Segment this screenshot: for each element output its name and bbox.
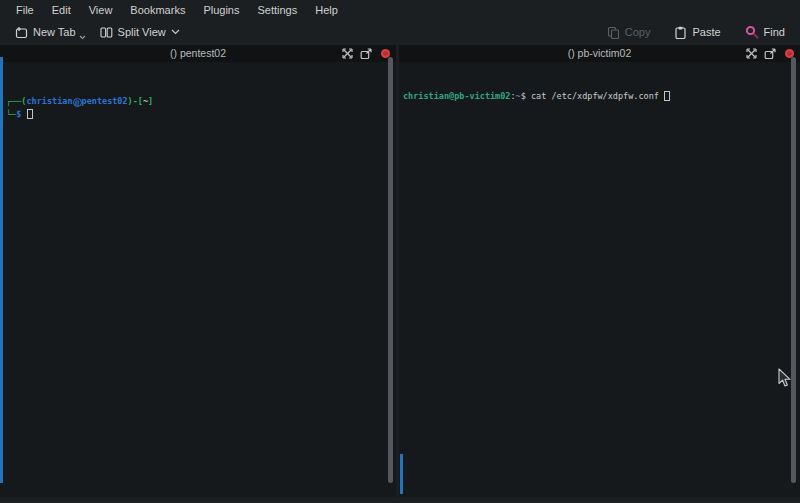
terminal-output: christian@pb-victim02:~$ cat /etc/xdpfw/… [403, 90, 790, 103]
scroll-highlight-bar [0, 57, 3, 483]
pane-header-icons [745, 45, 795, 62]
split-view-chevron-icon [171, 29, 180, 35]
toolbar: New Tab Split View [0, 19, 800, 45]
menu-plugins[interactable]: Plugins [195, 2, 247, 18]
copy-button[interactable]: Copy [600, 23, 658, 42]
new-tab-button[interactable]: New Tab [8, 23, 93, 42]
terminal-cursor [664, 91, 670, 101]
menu-settings[interactable]: Settings [249, 2, 305, 18]
terminal-line: └─$ [6, 108, 386, 121]
split-view-label: Split View [118, 26, 166, 38]
menu-view[interactable]: View [81, 2, 121, 18]
menu-bookmarks[interactable]: Bookmarks [122, 2, 193, 18]
terminal-screen[interactable]: christian@pb-victim02:~$ cat /etc/xdpfw/… [399, 62, 800, 497]
terminal-pane-pb-victim02: () pb-victim02 [399, 45, 800, 497]
detach-tab-icon[interactable] [764, 48, 776, 60]
menu-help[interactable]: Help [307, 2, 346, 18]
paste-label: Paste [692, 26, 720, 38]
new-tab-label: New Tab [33, 26, 76, 38]
menu-bar: File Edit View Bookmarks Plugins Setting… [0, 0, 800, 19]
maximize-view-icon[interactable] [341, 48, 353, 60]
kali-at-symbol: @ [73, 98, 82, 107]
new-tab-dropdown-caret [79, 35, 86, 40]
split-view-area: () pentest02 [0, 45, 800, 497]
vertical-scrollbar[interactable] [388, 57, 393, 483]
split-view-icon [100, 26, 113, 39]
terminal-pane-pentest02: () pentest02 [0, 45, 396, 497]
menu-file[interactable]: File [8, 2, 42, 18]
paste-icon [674, 26, 687, 39]
new-tab-icon [15, 26, 28, 39]
copy-label: Copy [625, 26, 651, 38]
terminal-line: ┌──(christian@pentest02)-[~] [6, 95, 386, 108]
maximize-view-icon[interactable] [745, 48, 757, 60]
mouse-pointer-icon [778, 368, 792, 392]
terminal-output: ┌──(christian@pentest02)-[~]└─$ [6, 95, 386, 121]
copy-icon [607, 26, 620, 39]
pane-title: () pb-victim02 [399, 45, 800, 62]
find-button[interactable]: Find [738, 22, 792, 42]
terminal-cursor [27, 109, 33, 119]
vertical-scrollbar[interactable] [791, 57, 796, 483]
menu-edit[interactable]: Edit [44, 2, 79, 18]
pane-header[interactable]: () pentest02 [0, 45, 396, 62]
paste-button[interactable]: Paste [667, 23, 727, 42]
detach-tab-icon[interactable] [360, 48, 372, 60]
pane-header[interactable]: () pb-victim02 [399, 45, 800, 62]
split-view-button[interactable]: Split View [93, 23, 187, 42]
toolbar-right-group: Copy Paste Find [600, 22, 792, 42]
terminal-line: christian@pb-victim02:~$ cat /etc/xdpfw/… [403, 90, 790, 103]
pane-title: () pentest02 [0, 45, 396, 62]
find-label: Find [764, 26, 785, 38]
pane-header-icons [341, 45, 391, 62]
terminal-screen[interactable]: ┌──(christian@pentest02)-[~]└─$ [0, 62, 396, 497]
scroll-highlight-bar [400, 454, 403, 494]
find-icon [745, 25, 759, 39]
konsole-window: File Edit View Bookmarks Plugins Setting… [0, 0, 800, 503]
